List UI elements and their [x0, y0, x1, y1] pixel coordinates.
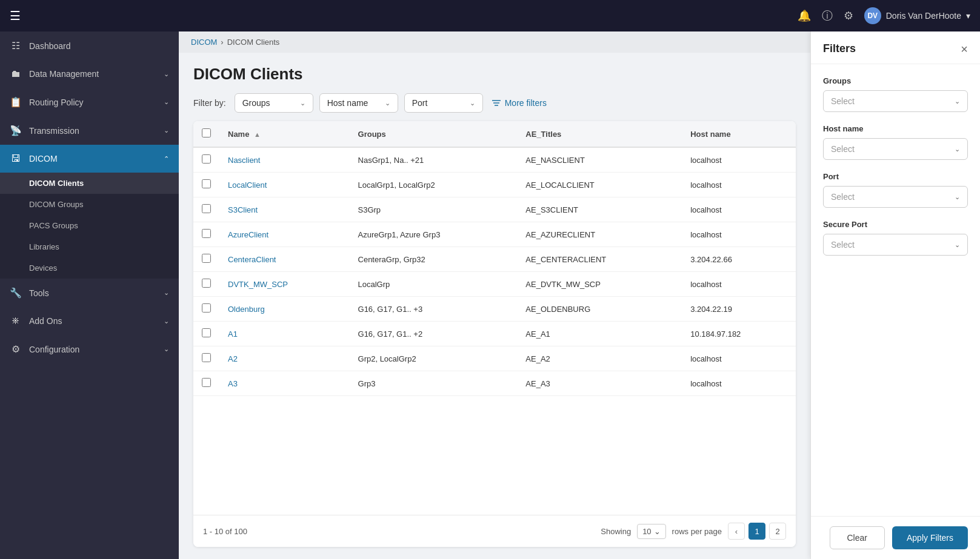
groups-filter-dropdown[interactable]: Groups ⌄ [235, 93, 313, 113]
row-host-name: 3.204.22.66 [682, 247, 796, 272]
filters-header: Filters × [811, 31, 980, 64]
groups-filter-select[interactable]: Select ⌄ [823, 90, 968, 112]
chevron-down-icon: ⌄ [164, 98, 169, 106]
sidebar-item-add-ons[interactable]: ⛯ Add Ons ⌄ [0, 307, 179, 335]
apply-filters-button[interactable]: Apply Filters [892, 526, 968, 549]
clear-filters-button[interactable]: Clear [830, 526, 885, 549]
client-name-link[interactable]: DVTK_MW_SCP [228, 280, 288, 289]
host-name-filter-placeholder: Select [831, 144, 855, 154]
row-groups: LocalGrp [350, 272, 518, 297]
row-groups: Grp2, LocalGrp2 [350, 346, 518, 371]
client-name-link[interactable]: Nasclient [228, 156, 260, 165]
chevron-down-icon: ⌄ [164, 70, 169, 78]
row-checkbox-cell [193, 322, 219, 346]
close-filters-button[interactable]: × [961, 43, 968, 55]
dicom-submenu: DICOM Clients DICOM Groups PACS Groups L… [0, 173, 179, 279]
name-column-header[interactable]: Name ▲ [219, 121, 350, 147]
hamburger-icon[interactable]: ☰ [10, 8, 21, 23]
port-filter-group: Port Select ⌄ [823, 172, 968, 208]
client-name-link[interactable]: S3Client [228, 205, 258, 214]
sidebar-item-dashboard[interactable]: ☷ Dashboard [0, 31, 179, 60]
client-name-link[interactable]: A2 [228, 354, 238, 363]
row-groups: AzureGrp1, Azure Grp3 [350, 222, 518, 247]
table-row: A1 G16, G17, G1.. +2 AE_A1 10.184.97.182 [193, 322, 796, 346]
tools-icon: 🔧 [10, 287, 22, 299]
filter-bar: Filter by: Groups ⌄ Host name ⌄ Port ⌄ [193, 93, 796, 113]
user-menu[interactable]: DV Doris Van DerHoote ▾ [864, 7, 970, 24]
client-name-link[interactable]: Oldenburg [228, 305, 265, 314]
prev-page-button[interactable]: ‹ [728, 523, 745, 540]
host-name-column-header[interactable]: Host name [682, 121, 796, 147]
sidebar-item-tools[interactable]: 🔧 Tools ⌄ [0, 279, 179, 307]
sidebar-item-devices[interactable]: Devices [0, 257, 179, 279]
row-host-name: localhost [682, 147, 796, 173]
sidebar-item-data-management[interactable]: 🖿 Data Management ⌄ [0, 60, 179, 88]
select-all-column [193, 121, 219, 147]
row-ae-titles: AE_AZURECLIENT [517, 222, 682, 247]
rows-per-page-select[interactable]: 10 ⌄ [637, 524, 665, 539]
row-host-name: localhost [682, 173, 796, 197]
row-groups: LocalGrp1, LocalGrp2 [350, 173, 518, 197]
sidebar-item-label: Dashboard [29, 41, 169, 51]
row-checkbox-cell [193, 247, 219, 272]
row-host-name: localhost [682, 346, 796, 371]
client-name-link[interactable]: A1 [228, 329, 238, 339]
port-filter-dropdown[interactable]: Port ⌄ [404, 93, 483, 113]
sidebar-item-pacs-groups[interactable]: PACS Groups [0, 215, 179, 236]
select-all-checkbox[interactable] [202, 128, 211, 137]
dropdown-chevron-icon: ⌄ [385, 99, 390, 107]
sidebar-item-routing-policy[interactable]: 📋 Routing Policy ⌄ [0, 88, 179, 116]
groups-column-header[interactable]: Groups [350, 121, 518, 147]
host-name-filter-select[interactable]: Select ⌄ [823, 138, 968, 160]
pagination-right: Showing 10 ⌄ rows per page ‹ 1 2 [601, 523, 786, 540]
sidebar-item-transmission[interactable]: 📡 Transmission ⌄ [0, 116, 179, 145]
row-ae-titles: AE_OLDENBURG [517, 297, 682, 322]
sidebar-item-libraries[interactable]: Libraries [0, 236, 179, 257]
groups-filter-placeholder: Select [831, 96, 855, 106]
row-checkbox[interactable] [202, 279, 211, 288]
chevron-down-icon: ⌄ [164, 345, 169, 353]
ae-titles-column-header[interactable]: AE_Titles [517, 121, 682, 147]
row-name: CenteraClient [219, 247, 350, 272]
client-name-link[interactable]: LocalClient [228, 180, 267, 190]
row-checkbox[interactable] [202, 378, 211, 387]
client-name-link[interactable]: AzureClient [228, 230, 268, 239]
hostname-filter-dropdown[interactable]: Host name ⌄ [319, 93, 398, 113]
breadcrumb-parent[interactable]: DICOM [191, 38, 217, 47]
content-area: DICOM › DICOM Clients DICOM Clients Filt… [179, 31, 810, 559]
help-icon[interactable]: ⓘ [822, 8, 833, 23]
more-filters-button[interactable]: More filters [492, 98, 547, 108]
page-2-button[interactable]: 2 [769, 523, 786, 540]
row-checkbox[interactable] [202, 328, 211, 337]
dicom-clients-table: Name ▲ Groups AE_Titles Ho [193, 121, 796, 396]
row-checkbox[interactable] [202, 179, 211, 188]
sidebar-item-dicom-clients[interactable]: DICOM Clients [0, 173, 179, 194]
row-ae-titles: AE_LOCALCLIENT [517, 173, 682, 197]
sidebar-item-dicom-groups[interactable]: DICOM Groups [0, 194, 179, 215]
row-name: A2 [219, 346, 350, 371]
port-filter-select[interactable]: Select ⌄ [823, 186, 968, 208]
table-row: Oldenburg G16, G17, G1.. +3 AE_OLDENBURG… [193, 297, 796, 322]
row-name: Nasclient [219, 147, 350, 173]
row-checkbox[interactable] [202, 353, 211, 362]
groups-filter-label: Groups [242, 98, 270, 108]
client-name-link[interactable]: A3 [228, 379, 238, 388]
sidebar-item-dicom[interactable]: 🖫 DICOM ⌃ [0, 145, 179, 173]
row-checkbox[interactable] [202, 204, 211, 213]
page-1-button[interactable]: 1 [748, 523, 765, 540]
pagination-summary: 1 - 10 of 100 [203, 527, 247, 536]
client-name-link[interactable]: CenteraClient [228, 255, 276, 264]
dashboard-icon: ☷ [10, 40, 22, 51]
secure-port-filter-select[interactable]: Select ⌄ [823, 234, 968, 256]
row-name: LocalClient [219, 173, 350, 197]
notification-icon[interactable]: 🔔 [798, 9, 811, 22]
filters-body: Groups Select ⌄ Host name Select ⌄ Port … [811, 64, 980, 516]
sidebar-item-configuration[interactable]: ⚙ Configuration ⌄ [0, 335, 179, 363]
row-checkbox[interactable] [202, 254, 211, 263]
settings-icon[interactable]: ⚙ [844, 9, 853, 22]
row-checkbox[interactable] [202, 154, 211, 164]
row-checkbox[interactable] [202, 303, 211, 313]
table-scroll-area[interactable]: Name ▲ Groups AE_Titles Ho [193, 121, 796, 515]
filters-title: Filters [823, 42, 856, 55]
row-checkbox[interactable] [202, 229, 211, 238]
